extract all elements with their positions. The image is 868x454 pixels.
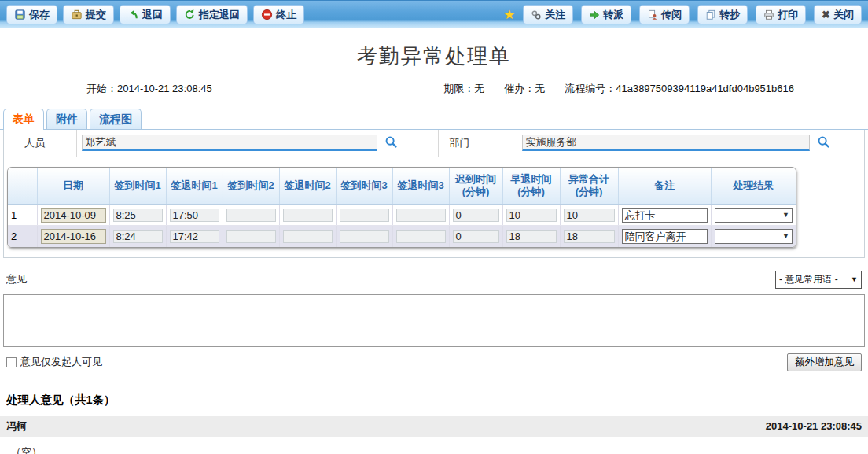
date-input[interactable]: 2014-10-16 — [41, 229, 106, 244]
person-input[interactable]: 郑艺斌 — [82, 135, 377, 151]
row-number: 2 — [8, 226, 37, 247]
circulate-button[interactable]: 传阅 — [639, 5, 690, 24]
col-early: 早退时间(分钟) — [502, 168, 560, 205]
circulate-button-label: 传阅 — [661, 8, 682, 22]
follow-button[interactable]: 关注 — [523, 5, 573, 24]
toolbar-left-group: 保存 提交 退回 指定退回 终止 — [6, 5, 304, 24]
attendance-table: 日期 签到时间1 签退时间1 签到时间2 签退时间2 签到时间3 签退时间3 迟… — [7, 167, 796, 248]
tab-form[interactable]: 表单 — [3, 109, 44, 130]
terminate-button[interactable]: 终止 — [253, 5, 304, 24]
transfer-button[interactable]: 转派 — [581, 5, 631, 24]
submit-button[interactable]: 提交 — [63, 5, 114, 24]
table-row: 1 2014-10-09 8:25 17:50 0 10 10 忘打卡 ▼ — [8, 205, 796, 226]
remark-input[interactable]: 陪同客户离开 — [622, 229, 708, 244]
signin2-input[interactable] — [226, 230, 276, 243]
terminate-icon — [261, 9, 273, 20]
signout1-input[interactable]: 17:42 — [170, 230, 219, 243]
follow-icon — [531, 9, 542, 20]
col-signout3: 签退时间3 — [392, 168, 449, 205]
chevron-down-icon: ▼ — [782, 232, 789, 240]
table-header-row: 日期 签到时间1 签退时间1 签到时间2 签退时间2 签到时间3 签退时间3 迟… — [8, 168, 796, 205]
print-icon — [763, 9, 774, 20]
date-input[interactable]: 2014-10-09 — [41, 208, 106, 223]
early-input[interactable]: 18 — [506, 230, 557, 243]
favorite-star-icon[interactable]: ★ — [504, 9, 515, 21]
comment-content: （空） — [0, 437, 868, 454]
col-result: 处理结果 — [711, 168, 796, 205]
person-label: 人员 — [4, 130, 76, 157]
visible-to-initiator-label: 意见仅发起人可见 — [20, 355, 102, 369]
col-date: 日期 — [37, 168, 109, 205]
follow-button-label: 关注 — [545, 8, 565, 22]
signin1-input[interactable]: 8:25 — [113, 209, 163, 222]
return-button[interactable]: 退回 — [120, 5, 171, 24]
result-select[interactable]: ▼ — [715, 208, 793, 223]
start-time-label: 开始： — [86, 83, 117, 94]
save-button-label: 保存 — [29, 8, 50, 22]
return-button-label: 退回 — [142, 8, 163, 22]
close-icon: ✖ — [822, 9, 830, 20]
visible-to-initiator-checkbox[interactable] — [6, 357, 17, 367]
start-time: 开始：2014-10-21 23:08:45 — [86, 82, 212, 96]
terminate-button-label: 终止 — [276, 8, 296, 22]
opinion-phrases-select[interactable]: - 意见常用语 - ▼ — [775, 271, 862, 289]
col-late: 迟到时间(分钟) — [449, 168, 502, 205]
chevron-down-icon: ▼ — [782, 211, 789, 219]
print-button[interactable]: 打印 — [756, 5, 806, 24]
row-number: 1 — [8, 205, 37, 226]
print-button-label: 打印 — [778, 8, 798, 22]
save-icon — [14, 9, 26, 20]
signout1-input[interactable]: 17:50 — [170, 209, 219, 222]
comment-timestamp: 2014-10-21 23:08:45 — [766, 420, 862, 432]
save-button[interactable]: 保存 — [6, 5, 57, 24]
col-total: 异常合计(分钟) — [560, 168, 618, 205]
comment-item-header: 冯柯 2014-10-21 23:08:45 — [0, 416, 868, 437]
close-button[interactable]: ✖ 关闭 — [814, 5, 862, 24]
table-row: 2 2014-10-16 8:24 17:42 0 18 18 陪同客户离开 ▼ — [8, 226, 796, 247]
early-input[interactable]: 10 — [506, 209, 557, 222]
signout3-input[interactable] — [396, 230, 446, 243]
dept-search-icon[interactable] — [817, 139, 830, 151]
deadline: 期限：无 — [443, 82, 484, 96]
circulate-icon — [647, 9, 658, 20]
return-icon — [127, 9, 139, 20]
add-extra-opinion-button[interactable]: 额外增加意见 — [787, 353, 862, 371]
signin1-input[interactable]: 8:24 — [113, 230, 163, 243]
assign-return-button-label: 指定退回 — [199, 8, 240, 22]
total-input[interactable]: 10 — [564, 209, 615, 222]
col-signin3: 签到时间3 — [336, 168, 392, 205]
result-select[interactable]: ▼ — [715, 229, 793, 244]
flow-info-right: 期限：无 催办：无 流程编号：41a3897509394119a41dfd04b… — [443, 82, 794, 96]
person-search-icon[interactable] — [384, 139, 398, 151]
chevron-down-icon: ▼ — [851, 275, 858, 283]
assign-return-button[interactable]: 指定退回 — [176, 5, 248, 24]
remark-input[interactable]: 忘打卡 — [622, 208, 708, 223]
submit-icon — [71, 9, 83, 20]
signin3-input[interactable] — [340, 209, 389, 222]
signout3-input[interactable] — [396, 209, 446, 222]
signout2-input[interactable] — [283, 209, 333, 222]
form-panel: 人员 郑艺斌 部门 实施服务部 日期 签到时间1 签退时间1 — [3, 130, 865, 258]
submit-button-label: 提交 — [86, 8, 106, 22]
total-input[interactable]: 18 — [564, 230, 615, 243]
late-input[interactable]: 0 — [453, 230, 499, 243]
dept-input[interactable]: 实施服务部 — [522, 135, 810, 151]
opinion-footer: 意见仅发起人可见 额外增加意见 — [0, 347, 868, 376]
opinion-textarea[interactable] — [3, 294, 865, 347]
comment-author: 冯柯 — [6, 419, 27, 434]
flow-info-row: 开始：2014-10-21 23:08:45 期限：无 催办：无 流程编号：41… — [0, 82, 868, 96]
late-input[interactable]: 0 — [453, 209, 499, 222]
opinion-label: 意见 — [6, 272, 27, 286]
handler-comments-title: 处理人意见（共1条） — [0, 382, 868, 416]
page-title: 考勤异常处理单 — [0, 42, 868, 70]
tab-bar: 表单 附件 流程图 — [0, 108, 868, 130]
copy-button[interactable]: 转抄 — [697, 5, 748, 24]
tab-attachments[interactable]: 附件 — [46, 109, 87, 129]
tab-flowchart[interactable]: 流程图 — [90, 109, 142, 129]
copy-button-label: 转抄 — [719, 8, 740, 22]
dept-label: 部门 — [438, 130, 517, 157]
transfer-icon — [589, 9, 600, 20]
signin3-input[interactable] — [340, 230, 389, 243]
signout2-input[interactable] — [283, 230, 333, 243]
signin2-input[interactable] — [226, 209, 276, 222]
